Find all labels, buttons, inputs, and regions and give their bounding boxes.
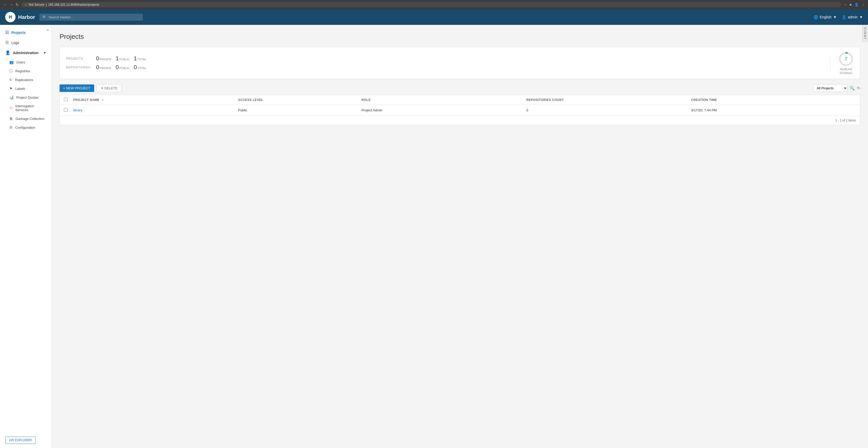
back-icon[interactable]: ←	[3, 2, 7, 7]
logs-icon: ☰	[5, 40, 9, 45]
delete-button[interactable]: ✕ DELETE	[97, 84, 121, 92]
chevron-down-icon: ▼	[833, 15, 837, 19]
security-label: Not Secure	[29, 3, 44, 6]
projects-stat-line: PROJECTS 0 PRIVATE 1 PUBLIC 1 TOTAL	[66, 55, 823, 62]
sidebar-item-project-quotas-label: Project Quotas	[16, 95, 38, 99]
sidebar-item-garbage-label: Garbage Collection	[16, 117, 44, 121]
repos-private-sub: PRIVATE	[100, 66, 111, 70]
projects-private-value: 0 PRIVATE	[96, 55, 112, 62]
extension-icon[interactable]: ■	[849, 3, 852, 7]
projects-public-num: 1	[116, 55, 119, 62]
address-bar[interactable]: ⚠ Not Secure | 192.168.101.11:8090/harbo…	[22, 2, 841, 7]
sidebar-item-registries-label: Registries	[15, 69, 30, 73]
sidebar-item-interrogation-services[interactable]: ☉ Interrogation Services	[0, 102, 52, 114]
repos-total-sub: TOTAL	[137, 66, 146, 70]
search-bar[interactable]: 🔍 Search Harbor...	[39, 14, 143, 21]
select-all-checkbox[interactable]	[64, 98, 67, 101]
reload-icon[interactable]: ↻	[16, 2, 19, 7]
globe-icon: 🌐	[814, 15, 818, 19]
projects-stat-label: PROJECTS	[66, 57, 92, 60]
access-level-label: Access Level	[238, 98, 264, 102]
sidebar-item-logs[interactable]: ☰ Logs	[0, 37, 52, 48]
sidebar-item-configuration[interactable]: ⚙ Configuration	[0, 123, 52, 132]
star-icon[interactable]: ☆	[844, 3, 847, 7]
forward-icon[interactable]: →	[9, 2, 13, 7]
sidebar-item-users-label: Users	[16, 60, 25, 64]
project-name-label: Project Name	[73, 98, 99, 102]
storage-limit: 40GBLimit	[840, 68, 852, 71]
repos-public-value: 0 PUBLIC	[116, 64, 130, 71]
lock-icon: ⚠	[25, 3, 27, 6]
sidebar-item-logs-label: Logs	[11, 41, 19, 45]
app-body: « ☷ Projects ☰ Logs 👤 Administration ▼ 👥…	[0, 25, 868, 448]
projects-private-num: 0	[96, 55, 99, 62]
browser-bar: ← → ↻ ⚠ Not Secure | 192.168.101.11:8090…	[0, 0, 868, 9]
repos-private-value: 0 PRIVATE	[96, 64, 112, 71]
search-placeholder: Search Harbor...	[49, 15, 73, 19]
projects-toolbar: + NEW PROJECT ✕ DELETE All Projects Priv…	[60, 84, 860, 92]
api-explorer-label: API EXPLORER	[9, 439, 32, 442]
sidebar-item-projects[interactable]: ☷ Projects	[0, 27, 52, 37]
user-menu[interactable]: 👤 admin ▼	[842, 15, 863, 19]
role-label: Role	[362, 98, 371, 102]
sidebar-bottom: API EXPLORER	[0, 432, 52, 448]
toolbar-right: All Projects Private Projects Public Pro…	[813, 84, 860, 92]
projects-public-value: 1 PUBLIC	[116, 55, 130, 62]
col-header-repos-count: Repositories Count	[526, 98, 691, 102]
sidebar-item-labels[interactable]: ⚑ Labels	[0, 84, 52, 93]
chevron-down-icon: ▼	[859, 15, 863, 19]
user-label: admin	[848, 15, 858, 19]
event-panel[interactable]: EVENT	[862, 25, 868, 42]
quotas-icon: 📊	[9, 95, 14, 99]
page-title: Projects	[60, 33, 860, 41]
storage-label: STORAGE	[840, 72, 852, 74]
projects-table: Project Name ▼ Access Level Role Reposit…	[60, 95, 860, 125]
api-explorer-button[interactable]: API EXPLORER	[5, 437, 36, 444]
language-selector[interactable]: 🌐 English ▼	[814, 15, 837, 19]
projects-private-sub: PRIVATE	[100, 58, 111, 61]
sidebar-section-administration[interactable]: 👤 Administration ▼	[0, 48, 52, 58]
users-icon: 👥	[9, 60, 14, 64]
registries-icon: ☐	[9, 69, 13, 73]
col-header-role: Role	[362, 98, 526, 102]
row-checkbox-col	[64, 108, 73, 112]
main-content: Projects PROJECTS 0 PRIVATE 1 PUBLIC 1	[52, 25, 868, 448]
col-header-creation-time: Creation Time	[691, 98, 856, 102]
sidebar-item-users[interactable]: 👥 Users	[0, 58, 52, 66]
sidebar-item-project-quotas[interactable]: 📊 Project Quotas	[0, 93, 52, 102]
row-repos-count: 0	[526, 108, 691, 112]
search-icon[interactable]: 🔍	[849, 86, 855, 91]
sidebar-item-replications[interactable]: ↻ Replications	[0, 76, 52, 84]
browser-nav-icons: ← → ↻	[3, 2, 19, 7]
interrogation-icon: ☉	[9, 106, 13, 110]
sidebar-item-garbage-collection[interactable]: 🗑 Garbage Collection	[0, 114, 52, 123]
chevron-down-icon: ▼	[43, 51, 46, 55]
filter-select[interactable]: All Projects Private Projects Public Pro…	[813, 84, 847, 92]
profile-icon[interactable]: 👤	[854, 3, 859, 7]
projects-public-sub: PUBLIC	[119, 58, 130, 61]
sidebar: « ☷ Projects ☰ Logs 👤 Administration ▼ 👥…	[0, 25, 52, 448]
repos-public-num: 0	[116, 64, 119, 71]
sidebar-item-projects-label: Projects	[11, 31, 26, 35]
logo-icon: H	[5, 12, 16, 22]
repos-private-num: 0	[96, 64, 99, 71]
table-row: library Public Project Admin 0 3/17/20, …	[60, 105, 860, 116]
menu-icon[interactable]: ⋮	[861, 3, 865, 7]
replications-icon: ↻	[9, 78, 12, 82]
row-project-name: library	[73, 108, 238, 112]
repositories-stat-line: REPOSITORIES 0 PRIVATE 0 PUBLIC 0 TOTAL	[66, 64, 823, 71]
row-checkbox[interactable]	[64, 108, 67, 112]
refresh-icon[interactable]: ↻	[857, 86, 860, 91]
sidebar-item-replications-label: Replications	[15, 78, 33, 82]
delete-label: ✕ DELETE	[101, 86, 118, 90]
sidebar-item-registries[interactable]: ☐ Registries	[0, 66, 52, 76]
search-icon: 🔍	[42, 15, 46, 19]
new-project-button[interactable]: + NEW PROJECT	[60, 84, 94, 92]
repositories-stat-label: REPOSITORIES	[66, 66, 92, 69]
project-link[interactable]: library	[73, 108, 82, 112]
sidebar-item-configuration-label: Configuration	[15, 126, 35, 129]
sidebar-item-labels-label: Labels	[15, 87, 25, 91]
sidebar-collapse-button[interactable]: «	[46, 27, 49, 32]
event-panel-label: EVENT	[864, 27, 867, 40]
repos-total-value: 0 TOTAL	[134, 64, 147, 71]
